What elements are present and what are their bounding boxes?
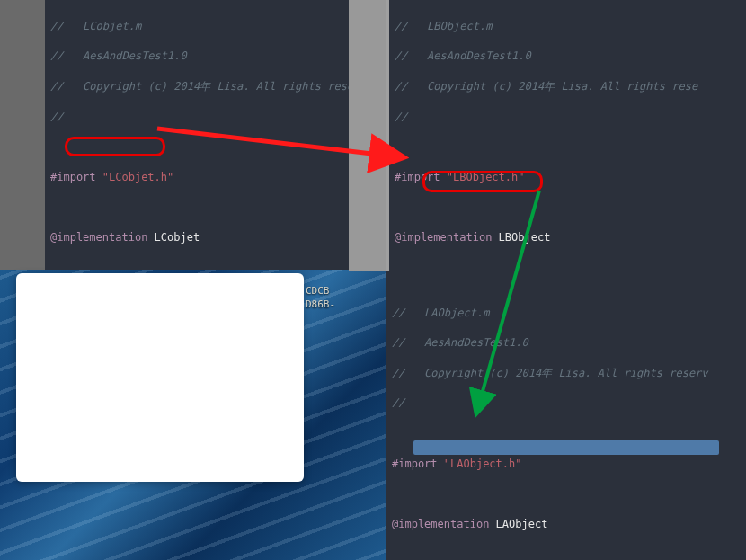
comment-line: // LCobjet.m [50,19,343,34]
badge-line-1: CDCB [306,284,335,298]
code-editor-lcobjet[interactable]: // LCobjet.m // AesAndDesTest1.0 // Copy… [45,0,349,270]
comment-line: // AesAndDesTest1.0 [395,49,741,64]
implementation-keyword: @implementation [50,231,155,244]
split-divider-vertical[interactable] [349,0,386,271]
comment-line: // Copyright (c) 2014年 Lisa. All rights … [50,79,343,94]
comment-line: // [395,110,741,125]
desktop-filename-fragment: CDCB D86B- [306,284,335,312]
window-edge-left [0,0,45,270]
import-keyword: #import [50,171,102,183]
comment-line: // AesAndDesTest1.0 [50,49,343,64]
badge-line-2: D86B- [306,298,335,311]
class-name: LCobjet [155,231,200,244]
code-editor-lbobject[interactable]: // LBObject.m // AesAndDesTest1.0 // Cop… [386,0,746,271]
comment-line: // [50,110,343,125]
comment-line: // LBObject.m [395,19,741,34]
comment-line: // Copyright (c) 2014年 Lisa. All rights … [395,79,741,94]
import-file: "LCobjet.h" [102,171,173,183]
code-editor-laobject[interactable]: // LAObject.m // AesAndDesTest1.0 // Cop… [386,271,746,560]
blank-window[interactable] [16,273,304,482]
